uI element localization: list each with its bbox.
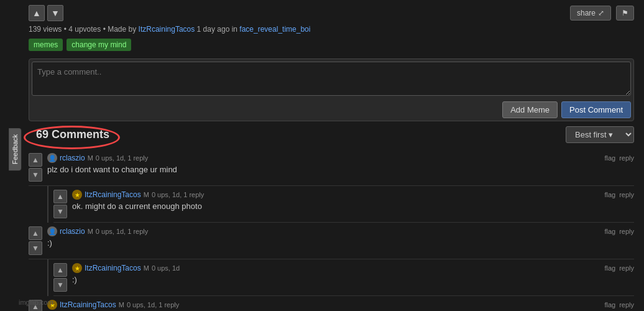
comment-body: 👤 rclaszio M 0 ups, 1d, 1 reply flag rep… [47,153,634,174]
comment-vote-col: ▲ ▼ [29,153,42,182]
comment-info: 0 ups, 1d [152,264,180,272]
user-avatar: ★ [72,190,82,200]
reply-link[interactable]: reply [619,301,634,309]
feedback-label: Feedback [11,134,19,164]
comment-badge: M [144,191,149,198]
comment-downvote-button[interactable]: ▼ [53,205,67,218]
comment-item: ▲ ▼ ★ ItzRcainingTacos M 0 ups, 1d, 1 re… [53,186,634,223]
add-meme-button[interactable]: Add Meme [502,101,558,118]
comment-downvote-button[interactable]: ▼ [53,278,67,292]
flag-link[interactable]: flag [604,301,615,309]
comment-upvote-button[interactable]: ▲ [29,153,42,167]
reply-link[interactable]: reply [619,154,634,162]
comment-upvote-button[interactable]: ▲ [29,226,42,240]
comment-downvote-button[interactable]: ▼ [29,241,42,255]
comment-flag-reply: flag reply [604,191,634,198]
flag-link[interactable]: flag [604,264,615,272]
flag-button[interactable]: ⚑ [616,6,634,21]
user-avatar: ★ [72,263,82,273]
upvote-button[interactable]: ▲ [29,5,45,21]
vote-buttons: ▲ ▼ [29,5,63,21]
community-link[interactable]: face_reveal_time_boi [239,25,310,34]
flag-link[interactable]: flag [604,228,615,235]
tag-memes[interactable]: memes [29,39,63,51]
comment-body: ★ ItzRcainingTacos M 0 ups, 1d, 1 reply … [47,300,634,311]
comment-meta: 👤 rclaszio M 0 ups, 1d, 1 reply flag rep… [47,226,634,236]
comments-count-container: 69 Comments [29,128,117,141]
tag-change-my-mind[interactable]: change my mind [67,39,131,51]
reply-link[interactable]: reply [619,228,634,235]
meta-info: 139 views • 4 upvotes • Made by ItzRcain… [29,25,634,34]
feedback-tab[interactable]: Feedback [9,128,21,170]
reply-link[interactable]: reply [619,191,634,198]
comment-text: :) [72,275,634,284]
share-icon: ⤢ [598,9,604,17]
comment-vote-col: ▲ ▼ [53,190,67,218]
comment-flag-reply: flag reply [604,264,634,272]
reply-link[interactable]: reply [619,264,634,272]
author-link[interactable]: ItzRcainingTacos [139,25,195,34]
comment-username[interactable]: rclaszio [60,154,85,162]
imgflip-watermark: imgflip.com [19,299,53,306]
comment-badge: M [144,264,149,272]
flag-icon: ⚑ [622,9,628,17]
comment-nested: ▲ ▼ ★ ItzRcainingTacos M 0 ups, 1d, 1 re… [47,186,634,223]
comment-meta: ★ ItzRcainingTacos M 0 ups, 1d flag repl… [72,263,634,273]
comment-flag-reply: flag reply [604,301,634,309]
comment-item: ▲ ▼ 👤 rclaszio M 0 ups, 1d, 1 reply flag… [29,223,634,259]
comment-vote-col: ▲ ▼ [29,226,42,255]
comment-body: ★ ItzRcainingTacos M 0 ups, 1d, 1 reply … [72,190,634,211]
share-button[interactable]: share ⤢ [570,6,611,21]
user-avatar: 👤 [47,226,57,236]
time-label: 1 day ago in [197,25,237,34]
flag-link[interactable]: flag [604,154,615,162]
comment-body: ★ ItzRcainingTacos M 0 ups, 1d flag repl… [72,263,634,284]
comment-downvote-button[interactable]: ▼ [29,168,42,182]
comment-info: 0 ups, 1d, 1 reply [127,301,179,309]
comment-info: 0 ups, 1d, 1 reply [152,191,204,198]
comment-upvote-button[interactable]: ▲ [53,190,67,203]
comment-meta: ★ ItzRcainingTacos M 0 ups, 1d, 1 reply … [72,190,634,200]
user-avatar: 👤 [47,153,57,163]
comment-text: plz do i dont want to change ur mind [47,165,634,174]
comment-item: ▲ ▼ ★ ItzRcainingTacos M 0 ups, 1d flag … [53,259,634,296]
comment-item: ▲ ▼ 👤 rclaszio M 0 ups, 1d, 1 reply flag… [29,149,634,186]
comment-info: 0 ups, 1d, 1 reply [96,154,148,162]
views-count: 139 views [29,25,62,34]
comment-meta: 👤 rclaszio M 0 ups, 1d, 1 reply flag rep… [47,153,634,163]
top-actions: ▲ ▼ share ⤢ ⚑ [29,5,634,21]
comment-body: 👤 rclaszio M 0 ups, 1d, 1 reply flag rep… [47,226,634,248]
comment-username[interactable]: ItzRcainingTacos [85,264,141,272]
comment-box: Add Meme Post Comment [29,58,634,121]
comment-flag-reply: flag reply [604,228,634,235]
tags-container: memes change my mind [29,39,634,51]
comments-count: 69 Comments [29,126,117,143]
comment-username[interactable]: ItzRcainingTacos [85,190,141,199]
comment-nested: ▲ ▼ ★ ItzRcainingTacos M 0 ups, 1d flag … [47,259,634,296]
comment-actions: Add Meme Post Comment [32,101,631,118]
comment-badge: M [88,154,93,162]
comment-vote-col: ▲ ▼ [53,263,67,292]
comments-header: 69 Comments Best first ▾ Newest first Ol… [29,126,634,143]
comment-badge: M [88,228,93,235]
comment-text: ok. might do a current enough photo [72,202,634,211]
comment-item: ▲ ▼ ★ ItzRcainingTacos M 0 ups, 1d, 1 re… [29,296,634,311]
share-label: share [577,9,596,17]
made-by-label: Made by [108,25,136,34]
upvotes-count: 4 upvotes [68,25,101,34]
comment-info: 0 ups, 1d, 1 reply [96,228,148,235]
post-comment-button[interactable]: Post Comment [561,101,631,118]
downvote-button[interactable]: ▼ [47,5,63,21]
comment-upvote-button[interactable]: ▲ [53,263,67,277]
comment-flag-reply: flag reply [604,154,634,162]
comment-text: :) [47,238,634,248]
comment-username[interactable]: ItzRcainingTacos [60,300,116,309]
comment-input[interactable] [32,62,631,96]
comment-meta: ★ ItzRcainingTacos M 0 ups, 1d, 1 reply … [47,300,634,310]
comment-username[interactable]: rclaszio [60,227,85,236]
comment-badge: M [119,301,124,309]
flag-link[interactable]: flag [604,191,615,198]
sort-dropdown[interactable]: Best first ▾ Newest first Oldest first [566,126,634,143]
